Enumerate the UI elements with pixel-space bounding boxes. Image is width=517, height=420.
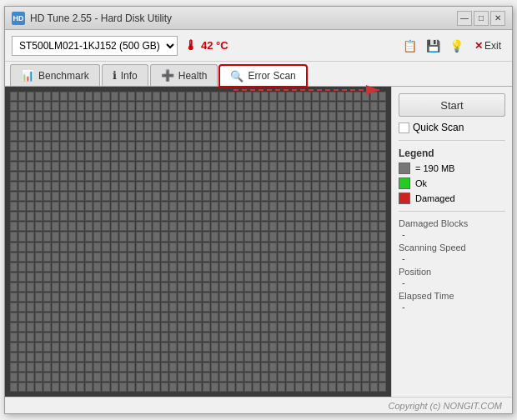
grid-cell — [278, 252, 285, 262]
grid-cell — [244, 172, 252, 181]
grid-cell — [111, 282, 118, 292]
tab-health[interactable]: ➕ Health — [150, 64, 218, 86]
grid-cell — [169, 312, 177, 322]
grid-cell — [111, 232, 118, 241]
grid-cell — [111, 332, 118, 342]
grid-cell — [60, 292, 68, 302]
grid-cell — [93, 252, 101, 262]
grid-cell — [203, 112, 210, 121]
grid-cell — [52, 112, 59, 121]
start-button[interactable]: Start — [399, 93, 505, 117]
grid-cell — [128, 332, 135, 342]
grid-cell — [203, 202, 210, 211]
grid-cell — [337, 372, 344, 382]
grid-cell — [136, 372, 143, 382]
maximize-button[interactable]: □ — [474, 11, 489, 26]
grid-cell — [244, 242, 252, 252]
grid-cell — [379, 232, 386, 241]
grid-cell — [211, 162, 218, 171]
grid-cell — [35, 202, 43, 211]
grid-cell — [27, 382, 34, 392]
stats-panel: Damaged Blocks - Scanning Speed - Positi… — [399, 218, 505, 312]
tab-info[interactable]: ℹ Info — [102, 64, 148, 86]
grid-cell — [35, 142, 43, 151]
grid-cell — [362, 192, 369, 201]
grid-cell — [18, 242, 26, 252]
grid-cell — [119, 302, 127, 312]
copy-icon[interactable]: 📋 — [400, 36, 420, 56]
grid-cell — [111, 312, 118, 322]
grid-cell — [211, 272, 218, 282]
grid-cell — [253, 152, 260, 161]
grid-cell — [35, 122, 43, 131]
grid-cell — [43, 182, 51, 191]
grid-cell — [269, 112, 277, 121]
grid-cell — [320, 92, 328, 101]
grid-cell — [52, 132, 59, 141]
grid-cell — [77, 132, 84, 141]
grid-cell — [354, 312, 361, 322]
grid-cell — [312, 192, 319, 201]
grid-cell — [269, 332, 277, 342]
grid-cell — [304, 252, 311, 262]
drive-select[interactable]: ST500LM021-1KJ152 (500 GB) — [12, 36, 178, 56]
grid-cell — [253, 212, 260, 221]
grid-cell — [27, 112, 34, 121]
grid-cell — [244, 222, 252, 231]
grid-cell — [345, 242, 353, 252]
grid-cell — [194, 272, 202, 282]
grid-cell — [111, 382, 118, 392]
grid-cell — [77, 272, 84, 282]
grid-cell — [244, 202, 252, 211]
grid-cell — [194, 242, 202, 252]
grid-cell — [203, 272, 210, 282]
grid-cell — [128, 342, 135, 352]
grid-cell — [320, 332, 328, 342]
scan-area — [5, 87, 391, 397]
grid-cell — [219, 382, 227, 392]
quick-scan-checkbox[interactable] — [399, 122, 409, 133]
info2-icon[interactable]: 💡 — [447, 36, 467, 56]
grid-cell — [153, 372, 160, 382]
grid-cell — [128, 132, 135, 141]
grid-cell — [102, 302, 109, 312]
grid-cell — [286, 252, 294, 262]
grid-cell — [186, 142, 193, 151]
grid-cell — [244, 162, 252, 171]
grid-cell — [153, 132, 160, 141]
save-icon[interactable]: 💾 — [424, 36, 444, 56]
grid-cell — [295, 112, 303, 121]
grid-cell — [161, 192, 168, 201]
tab-error-scan[interactable]: 🔍 Error Scan — [219, 65, 306, 87]
grid-cell — [68, 212, 76, 221]
exit-button[interactable]: ✕ Exit — [470, 38, 505, 54]
grid-cell — [253, 302, 260, 312]
grid-cell — [203, 382, 210, 392]
grid-cell — [60, 312, 68, 322]
grid-cell — [178, 262, 185, 272]
grid-cell — [186, 242, 193, 252]
position-value: - — [399, 278, 505, 288]
grid-cell — [236, 292, 243, 302]
grid-cell — [312, 332, 319, 342]
grid-cell — [253, 132, 260, 141]
grid-cell — [211, 312, 218, 322]
grid-cell — [236, 142, 243, 151]
grid-cell — [194, 302, 202, 312]
tab-benchmark[interactable]: 📊 Benchmark — [10, 64, 100, 86]
grid-cell — [236, 172, 243, 181]
grid-cell — [85, 232, 93, 241]
grid-cell — [136, 382, 143, 392]
grid-cell — [236, 212, 243, 221]
grid-cell — [102, 92, 109, 101]
grid-cell — [362, 342, 369, 352]
minimize-button[interactable]: — — [457, 11, 472, 26]
grid-cell — [85, 182, 93, 191]
exit-x-icon: ✕ — [474, 40, 483, 52]
grid-cell — [178, 382, 185, 392]
grid-cell — [312, 212, 319, 221]
grid-cell — [111, 262, 118, 272]
close-button[interactable]: ✕ — [490, 11, 505, 26]
grid-cell — [136, 112, 143, 121]
grid-cell — [10, 112, 18, 121]
